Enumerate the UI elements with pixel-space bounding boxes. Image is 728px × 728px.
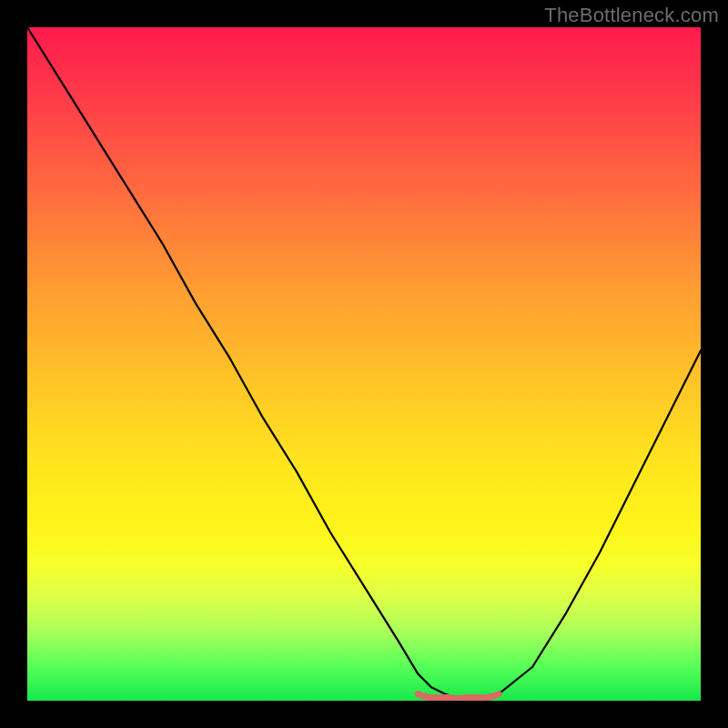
chart-overlay-svg (27, 27, 701, 701)
optimal-range-marker (418, 694, 499, 699)
chart-stage: TheBottleneck.com (0, 0, 728, 728)
watermark-text: TheBottleneck.com (544, 4, 719, 27)
bottleneck-curve-line (27, 27, 701, 701)
